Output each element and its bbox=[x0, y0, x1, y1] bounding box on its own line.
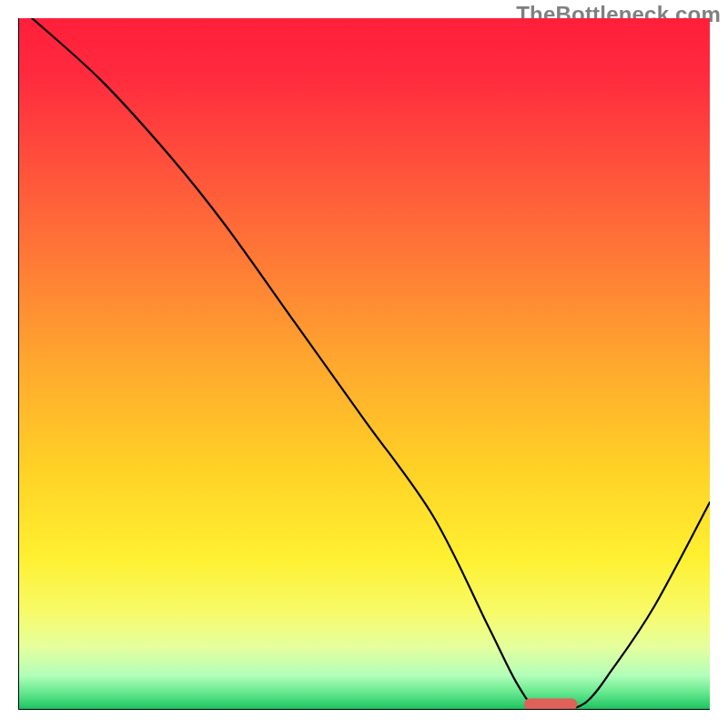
bottleneck-chart: TheBottleneck.com bbox=[0, 0, 728, 728]
chart-svg bbox=[18, 18, 710, 710]
gradient-background bbox=[18, 18, 710, 710]
plot-area bbox=[18, 18, 710, 710]
